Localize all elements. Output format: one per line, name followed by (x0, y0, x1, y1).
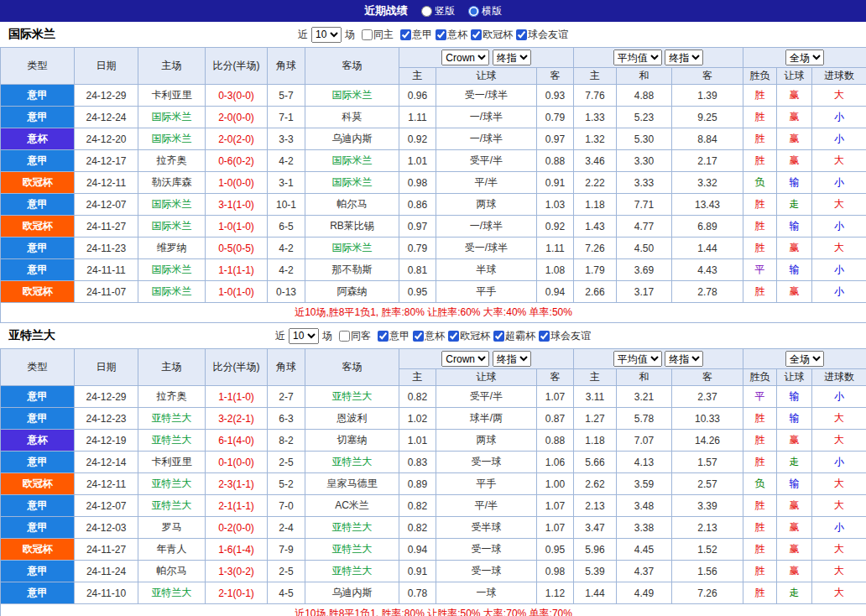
home-team-cell[interactable]: 国际米兰 (138, 128, 206, 150)
away-team-cell[interactable]: 恩波利 (305, 408, 399, 430)
home-team-cell[interactable]: 勒沃库森 (138, 172, 206, 194)
odds-time-select[interactable]: 终指 (493, 351, 531, 367)
odds-time-select[interactable]: 终指 (493, 50, 531, 65)
home-team-cell[interactable]: 拉齐奥 (138, 150, 206, 172)
home-team-cell[interactable]: 罗马 (138, 517, 206, 539)
league-filter[interactable]: 意杯 (436, 28, 467, 42)
home-team-cell[interactable]: 国际米兰 (138, 281, 206, 303)
odds-company-select[interactable]: Crown (441, 50, 489, 65)
away-team-cell[interactable]: 乌迪内斯 (305, 128, 399, 150)
home-team-cell[interactable]: 亚特兰大 (138, 582, 206, 604)
horizontal-layout-radio[interactable] (468, 6, 479, 17)
home-team-cell[interactable]: 亚特兰大 (138, 495, 206, 517)
home-team-cell[interactable]: 国际米兰 (138, 216, 206, 238)
score-cell[interactable]: 0-2(0-0) (206, 517, 268, 539)
average-time-select[interactable]: 终指 (665, 351, 703, 367)
home-team-cell[interactable]: 亚特兰大 (138, 430, 206, 452)
same-venue-filter[interactable]: 同客 (339, 329, 371, 343)
home-team-cell[interactable]: 卡利亚里 (138, 452, 206, 473)
same-venue-checkbox[interactable] (362, 29, 373, 40)
league-checkbox[interactable] (436, 29, 446, 40)
home-team-cell[interactable]: 维罗纳 (138, 238, 206, 259)
same-venue-checkbox[interactable] (339, 331, 350, 342)
scope-select[interactable]: 全场 (785, 50, 824, 65)
score-cell[interactable]: 1-0(0-0) (206, 172, 268, 194)
away-team-cell[interactable]: AC米兰 (305, 495, 399, 517)
home-team-cell[interactable]: 国际米兰 (138, 259, 206, 281)
league-filter[interactable]: 意甲 (378, 329, 410, 343)
away-team-cell[interactable]: 阿森纳 (305, 281, 399, 303)
recent-count-select[interactable]: 10 (289, 328, 319, 344)
away-team-cell[interactable]: 那不勒斯 (305, 259, 399, 281)
league-checkbox[interactable] (516, 29, 527, 40)
score-cell[interactable]: 3-1(1-0) (206, 194, 268, 216)
vertical-layout-radio[interactable] (421, 6, 432, 17)
asian-odds-header: Crown 终指 (399, 349, 574, 369)
league-checkbox[interactable] (413, 331, 424, 342)
league-checkbox[interactable] (493, 331, 504, 342)
home-team-cell[interactable]: 国际米兰 (138, 194, 206, 216)
score-cell[interactable]: 0-1(0-0) (206, 452, 268, 473)
score-cell[interactable]: 0-3(0-0) (206, 85, 268, 107)
scope-select[interactable]: 全场 (785, 351, 824, 367)
score-cell[interactable]: 1-1(1-1) (206, 259, 268, 281)
score-cell[interactable]: 2-1(0-1) (206, 582, 268, 604)
score-cell[interactable]: 3-2(2-1) (206, 408, 268, 430)
average-odds-select[interactable]: 平均值 (613, 50, 662, 65)
score-cell[interactable]: 2-3(1-1) (206, 473, 268, 495)
score-cell[interactable]: 0-6(0-2) (206, 150, 268, 172)
league-checkbox[interactable] (471, 29, 482, 40)
league-filter[interactable]: 超霸杯 (493, 329, 535, 343)
score-cell[interactable]: 6-1(4-0) (206, 430, 268, 452)
score-cell[interactable]: 2-0(0-0) (206, 107, 268, 128)
league-filter[interactable]: 意甲 (400, 28, 432, 42)
away-team-cell[interactable]: 亚特兰大 (305, 386, 399, 408)
away-team-cell[interactable]: 亚特兰大 (305, 561, 399, 582)
away-team-cell[interactable]: 亚特兰大 (305, 539, 399, 561)
score-cell[interactable]: 1-6(1-4) (206, 539, 268, 561)
home-team-cell[interactable]: 亚特兰大 (138, 473, 206, 495)
layout-option-horizontal[interactable]: 横版 (468, 4, 502, 18)
odds-company-select[interactable]: Crown (441, 351, 489, 367)
score-cell[interactable]: 1-3(0-2) (206, 561, 268, 582)
away-team-cell[interactable]: 国际米兰 (305, 238, 399, 259)
away-team-cell[interactable]: 皇家马德里 (305, 473, 399, 495)
score-cell[interactable]: 2-0(2-0) (206, 128, 268, 150)
score-cell[interactable]: 2-1(1-1) (206, 495, 268, 517)
league-checkbox[interactable] (539, 331, 550, 342)
score-cell[interactable]: 1-0(1-0) (206, 281, 268, 303)
score-cell[interactable]: 0-5(0-5) (206, 238, 268, 259)
league-checkbox[interactable] (378, 331, 389, 342)
sub-header-goals: 进球数 (812, 369, 866, 386)
league-filter[interactable]: 球会友谊 (516, 28, 568, 42)
league-filter[interactable]: 欧冠杯 (471, 28, 513, 42)
home-team-cell[interactable]: 拉齐奥 (138, 386, 206, 408)
away-team-cell[interactable]: 国际米兰 (305, 150, 399, 172)
away-team-cell[interactable]: 帕尔马 (305, 194, 399, 216)
home-team-cell[interactable]: 亚特兰大 (138, 408, 206, 430)
home-team-cell[interactable]: 帕尔马 (138, 561, 206, 582)
away-team-cell[interactable]: 亚特兰大 (305, 517, 399, 539)
away-team-cell[interactable]: 切塞纳 (305, 430, 399, 452)
home-team-cell[interactable]: 国际米兰 (138, 107, 206, 128)
away-team-cell[interactable]: RB莱比锡 (305, 216, 399, 238)
average-time-select[interactable]: 终指 (665, 50, 703, 65)
score-cell[interactable]: 1-1(1-0) (206, 386, 268, 408)
league-filter[interactable]: 意杯 (413, 329, 445, 343)
away-team-cell[interactable]: 国际米兰 (305, 85, 399, 107)
away-team-cell[interactable]: 亚特兰大 (305, 452, 399, 473)
away-team-cell[interactable]: 科莫 (305, 107, 399, 128)
recent-count-select[interactable]: 10 (311, 27, 342, 43)
league-checkbox[interactable] (448, 331, 459, 342)
average-odds-select[interactable]: 平均值 (613, 351, 662, 367)
league-filter[interactable]: 球会友谊 (539, 329, 591, 343)
home-team-cell[interactable]: 卡利亚里 (138, 85, 206, 107)
away-team-cell[interactable]: 国际米兰 (305, 172, 399, 194)
home-team-cell[interactable]: 年青人 (138, 539, 206, 561)
score-cell[interactable]: 1-0(1-0) (206, 216, 268, 238)
league-checkbox[interactable] (400, 29, 411, 40)
layout-option-vertical[interactable]: 竖版 (421, 4, 455, 18)
same-venue-filter[interactable]: 同主 (362, 28, 394, 42)
away-team-cell[interactable]: 乌迪内斯 (305, 582, 399, 604)
league-filter[interactable]: 欧冠杯 (448, 329, 490, 343)
